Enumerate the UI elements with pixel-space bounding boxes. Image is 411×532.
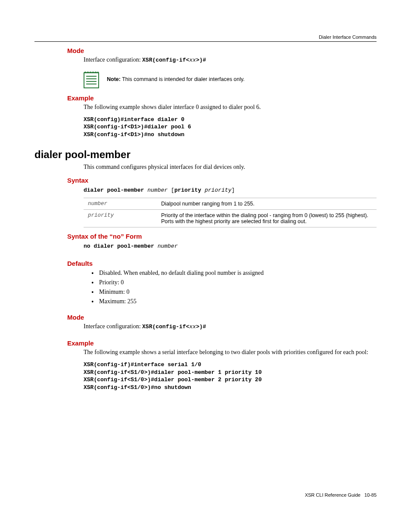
syntax-arg1: number — [147, 187, 168, 193]
section-title-mode-2: Mode — [67, 314, 377, 321]
section-title-defaults: Defaults — [67, 260, 377, 267]
footer: XSR CLI Reference Guide 10-85 — [305, 492, 377, 498]
param-desc: Priority of the interface within the dia… — [157, 210, 377, 227]
syntax-arg2: priority — [205, 187, 231, 193]
param-name: number — [84, 198, 157, 210]
section-title-example-1: Example — [67, 94, 377, 102]
header-rule — [34, 41, 377, 42]
example-text-2: The following example shows a serial int… — [84, 348, 377, 357]
command-title: dialer pool-member — [34, 149, 377, 161]
list-item: Disabled. When enabled, no default diali… — [91, 270, 377, 277]
mode-text-2: Interface configuration: XSR(config-if<x… — [84, 323, 377, 331]
syntax-kw2: priority — [174, 187, 205, 193]
syntax-kw1: dialer pool-member — [84, 187, 147, 193]
no-form-kw: no dialer pool-member — [84, 243, 158, 249]
section-title-syntax: Syntax — [67, 177, 377, 184]
example-code-2: XSR(config-if)#interface serial 1/0 XSR(… — [84, 361, 377, 391]
mode-prefix-text: Interface configuration: — [84, 56, 142, 63]
section-title-example-2: Example — [67, 339, 377, 347]
defaults-list: Disabled. When enabled, no default diali… — [91, 270, 377, 305]
mode-code-suffix: >)# — [196, 57, 206, 63]
list-item: Maximum: 255 — [91, 298, 377, 305]
example-text-1: The following example shows dialer inter… — [84, 103, 377, 112]
syntax-bracket-close: ] — [231, 187, 235, 193]
list-item: Priority: 0 — [91, 279, 377, 286]
table-row: priority Priority of the interface withi… — [84, 210, 377, 227]
mode-code-prefix-2: XSR(config-if< — [142, 324, 189, 330]
header-section-label: Dialer Interface Commands — [34, 34, 377, 40]
note-block: Note: This command is intended for diale… — [84, 70, 377, 88]
mode-prefix-text-2: Interface configuration: — [84, 323, 142, 330]
param-desc: Dialpool number ranging from 1 to 255. — [157, 198, 377, 210]
syntax-bracket-open: [ — [168, 187, 174, 193]
no-form-line: no dialer pool-member number — [84, 243, 377, 249]
syntax-line: dialer pool-member number [priority prio… — [84, 187, 377, 193]
section-title-no-form: Syntax of the “no” Form — [67, 233, 377, 240]
list-item: Minimum: 0 — [91, 289, 377, 296]
page: Dialer Interface Commands Mode Interface… — [0, 0, 411, 532]
param-table: number Dialpool number ranging from 1 to… — [84, 198, 377, 227]
example-code-1: XSR(config)#interface dialer 0 XSR(confi… — [84, 116, 377, 139]
command-desc: This command configures physical interfa… — [84, 163, 377, 171]
note-icon — [84, 70, 99, 88]
mode-code-prefix: XSR(config-if< — [142, 57, 189, 63]
mode-code-suffix-2: >)# — [196, 324, 206, 330]
svg-rect-0 — [84, 73, 99, 88]
no-form-arg: number — [158, 243, 178, 249]
note-label: Note: — [107, 76, 121, 82]
note-body: This command is intended for dialer inte… — [121, 76, 245, 82]
footer-guide: XSR CLI Reference Guide — [305, 492, 361, 498]
note-text: Note: This command is intended for diale… — [107, 76, 245, 82]
section-title-mode-1: Mode — [67, 47, 377, 54]
mode-code-xx: xx — [189, 57, 196, 63]
footer-page: 10-85 — [364, 492, 377, 498]
param-name: priority — [84, 210, 157, 227]
mode-code-xx-2: xx — [189, 324, 196, 330]
mode-text-1: Interface configuration: XSR(config-if<x… — [84, 56, 377, 64]
table-row: number Dialpool number ranging from 1 to… — [84, 198, 377, 210]
